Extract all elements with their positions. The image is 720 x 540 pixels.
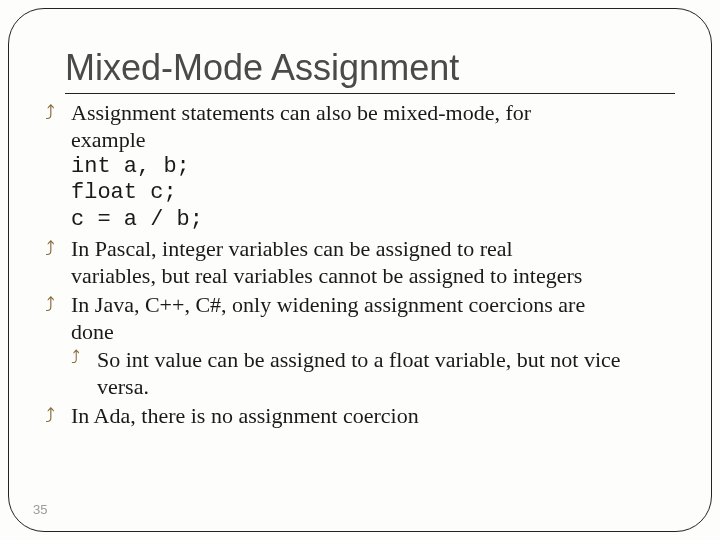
bullet-text-cont: variables, but real variables cannot be … — [71, 263, 675, 290]
bullet-text: In Pascal, integer variables can be assi… — [71, 236, 513, 261]
bullet-icon: ⤴ — [45, 236, 55, 260]
bullet-ada: ⤴ In Ada, there is no assignment coercio… — [45, 403, 675, 430]
code-line-2: float c; — [71, 180, 675, 207]
bullet-icon: ⤴ — [45, 403, 55, 427]
bullet-java-cpp-csharp: ⤴ In Java, C++, C#, only widening assign… — [45, 292, 675, 319]
slide-frame: Mixed-Mode Assignment ⤴ Assignment state… — [8, 8, 712, 532]
bullet-text-cont: example — [71, 127, 675, 154]
bullet-text-cont: done — [71, 319, 675, 346]
subbullet-widening: ⤴ So int value can be assigned to a floa… — [71, 347, 675, 374]
bullet-icon: ⤴ — [45, 100, 55, 124]
bullet-text-cont: versa. — [97, 374, 675, 401]
slide-title: Mixed-Mode Assignment — [65, 47, 675, 94]
bullet-text: In Java, C++, C#, only widening assignme… — [71, 292, 585, 317]
slide-content: ⤴ Assignment statements can also be mixe… — [45, 100, 675, 430]
bullet-text: Assignment statements can also be mixed-… — [71, 100, 531, 125]
page-number: 35 — [33, 502, 47, 517]
bullet-icon: ⤴ — [45, 292, 55, 316]
code-line-3: c = a / b; — [71, 207, 675, 234]
bullet-pascal: ⤴ In Pascal, integer variables can be as… — [45, 236, 675, 263]
bullet-text: In Ada, there is no assignment coercion — [71, 403, 419, 428]
bullet-text: So int value can be assigned to a float … — [97, 347, 621, 372]
code-line-1: int a, b; — [71, 154, 675, 181]
bullet-icon: ⤴ — [71, 347, 80, 369]
bullet-assignment-mixed-mode: ⤴ Assignment statements can also be mixe… — [45, 100, 675, 127]
